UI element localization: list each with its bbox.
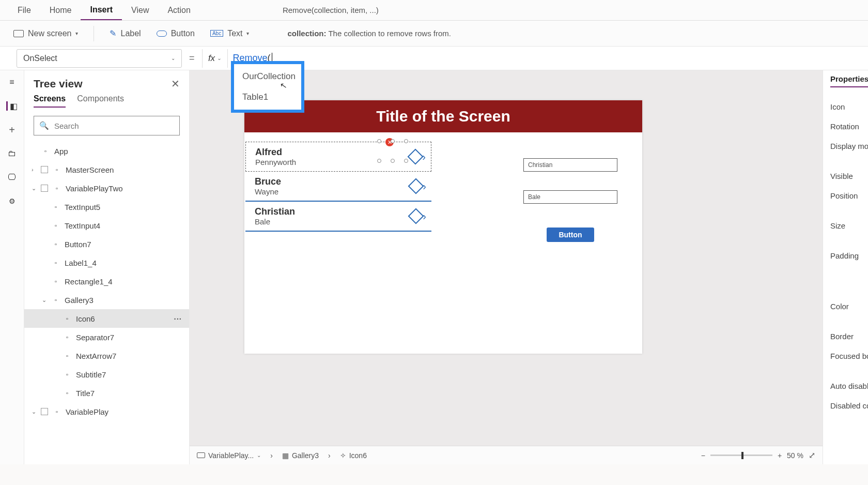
- tree-node-label1_4[interactable]: ▫Label1_4: [24, 253, 189, 272]
- tree-node-variableplay[interactable]: ⌄▫VariablePlay: [24, 402, 189, 421]
- rect-icon: ▫: [51, 278, 60, 285]
- zoom-out-button[interactable]: −: [701, 451, 705, 460]
- label-edit-icon: ✎: [110, 28, 116, 38]
- more-icon[interactable]: ···: [174, 314, 189, 323]
- breadcrumb-icon[interactable]: ✧ Icon6: [340, 451, 367, 460]
- tree-node-masterscreen[interactable]: ›▫MasterScreen: [24, 160, 189, 179]
- left-rail: ≡ ◧ + 🗀 🖵 ⚙: [0, 70, 24, 464]
- prop-padding[interactable]: Padding: [830, 246, 868, 265]
- next-arrow-icon[interactable]: ›: [410, 180, 426, 192]
- tree-view-icon[interactable]: ◧: [6, 101, 18, 111]
- input-icon: ▫: [51, 222, 60, 229]
- insert-text-button[interactable]: Abc Text ▾: [210, 29, 250, 38]
- label-icon: ▫: [63, 389, 72, 397]
- gallery-row[interactable]: Christian Bale ›: [245, 202, 431, 232]
- properties-tab[interactable]: Properties: [830, 74, 868, 87]
- close-icon[interactable]: ✕: [171, 78, 180, 90]
- property-selector[interactable]: OnSelect ⌄: [17, 49, 182, 68]
- gallery-item-sub: Bale: [255, 217, 295, 226]
- label-icon: ▫: [51, 259, 60, 266]
- gallery-row[interactable]: Alfred Pennyworth › ✕: [245, 142, 431, 172]
- tree-node-title7[interactable]: ▫Title7: [24, 384, 189, 402]
- formula-signature: Remove(collection, item, ...): [283, 6, 379, 14]
- tree-tab-screens[interactable]: Screens: [34, 94, 66, 108]
- prop-display-mod[interactable]: Display mod: [830, 136, 868, 156]
- breadcrumb-screen[interactable]: VariablePlay... ⌄: [197, 451, 261, 460]
- tree-node-variableplaytwo[interactable]: ⌄▫VariablePlayTwo: [24, 179, 189, 198]
- tree-node-app[interactable]: ▫App: [24, 142, 189, 160]
- error-icon[interactable]: ✕: [385, 138, 394, 146]
- breadcrumb-gallery[interactable]: ▦ Gallery3: [282, 451, 319, 460]
- canvas-button[interactable]: Button: [547, 228, 594, 242]
- tools-icon[interactable]: ⚙: [6, 196, 18, 206]
- tree-node-subtitle7[interactable]: ▫Subtitle7: [24, 365, 189, 384]
- media-icon[interactable]: 🖵: [6, 173, 18, 182]
- fit-screen-icon[interactable]: ⤢: [809, 450, 815, 460]
- tree-node-button7[interactable]: ▫Button7: [24, 235, 189, 253]
- zoom-in-button[interactable]: +: [778, 451, 782, 460]
- tree-node-nextarrow7[interactable]: ▫NextArrow7: [24, 346, 189, 365]
- tree-node-icon6[interactable]: ▫Icon6···: [24, 309, 189, 328]
- chevron-down-icon: ▾: [246, 31, 249, 36]
- prop-disabled-co[interactable]: Disabled co: [830, 396, 868, 415]
- tree-search[interactable]: 🔍: [34, 116, 180, 135]
- screen-icon: ▫: [52, 185, 61, 192]
- tab-view[interactable]: View: [122, 0, 158, 20]
- gallery-item-title: Bruce: [255, 176, 281, 187]
- prop-rotation[interactable]: Rotation: [830, 116, 868, 136]
- next-arrow-icon[interactable]: ›: [410, 151, 426, 163]
- tab-insert[interactable]: Insert: [81, 0, 122, 20]
- insert-label-button[interactable]: ✎ Label: [110, 28, 141, 38]
- equals-sign: =: [182, 53, 202, 64]
- gallery-item-sub: Pennyworth: [255, 158, 296, 166]
- gallery-control[interactable]: Alfred Pennyworth › ✕ Bruce Wayne › Chri…: [245, 142, 431, 232]
- tree-panel: Tree view ✕ Screens Components 🔍 ▫App›▫M…: [24, 70, 190, 464]
- tree-node-textinput4[interactable]: ▫TextInput4: [24, 216, 189, 235]
- zoom-controls: − + 50 % ⤢: [701, 450, 815, 460]
- prop-position[interactable]: Position: [830, 186, 868, 205]
- new-screen-button[interactable]: New screen ▾: [13, 29, 78, 38]
- intellisense-item[interactable]: Table1: [234, 87, 301, 108]
- tree-search-input[interactable]: [53, 121, 174, 131]
- button-icon: [157, 31, 167, 37]
- tree-node-textinput5[interactable]: ▫TextInput5: [24, 198, 189, 216]
- prop-visible[interactable]: Visible: [830, 166, 868, 186]
- tree-node-separator7[interactable]: ▫Separator7: [24, 328, 189, 346]
- intellisense-item[interactable]: OurCollection: [234, 66, 301, 87]
- chevron-down-icon: ▾: [75, 31, 78, 36]
- prop-border[interactable]: Border: [830, 326, 868, 346]
- gallery-row[interactable]: Bruce Wayne ›: [245, 172, 431, 202]
- insert-icon[interactable]: +: [6, 125, 18, 134]
- tree-tab-components[interactable]: Components: [77, 94, 124, 108]
- prop-icon[interactable]: Icon: [830, 97, 868, 116]
- tree-node-rectangle1_4[interactable]: ▫Rectangle1_4: [24, 272, 189, 291]
- sep-icon: ▫: [63, 334, 72, 341]
- icon-icon: ▫: [63, 315, 72, 322]
- tab-action[interactable]: Action: [158, 0, 199, 20]
- formula-bar: OnSelect ⌄ = fx⌄ Remove(: [0, 47, 868, 70]
- tree-node-gallery3[interactable]: ⌄▫Gallery3: [24, 291, 189, 309]
- properties-panel: Properties IconRotationDisplay modVisibl…: [823, 70, 868, 464]
- prop-auto-disabl[interactable]: Auto disabl: [830, 376, 868, 396]
- ribbon: New screen ▾ ✎ Label Button Abc Text ▾ c…: [0, 21, 868, 47]
- tree-title: Tree view: [34, 78, 83, 90]
- input-icon: ▫: [51, 203, 60, 210]
- tab-file[interactable]: File: [8, 0, 40, 20]
- screen-icon: ▫: [52, 408, 61, 415]
- hamburger-icon[interactable]: ≡: [6, 78, 18, 87]
- insert-button-button[interactable]: Button: [157, 29, 195, 38]
- text-input-2[interactable]: [523, 190, 617, 204]
- data-icon[interactable]: 🗀: [6, 149, 18, 158]
- formula-input[interactable]: Remove(: [228, 53, 868, 64]
- text-input-1[interactable]: [523, 158, 617, 172]
- fx-button[interactable]: fx⌄: [202, 49, 228, 68]
- button-icon: ▫: [51, 240, 60, 248]
- tab-home[interactable]: Home: [40, 0, 81, 20]
- next-arrow-icon[interactable]: ›: [410, 210, 426, 222]
- prop-size[interactable]: Size: [830, 216, 868, 235]
- prop-color[interactable]: Color: [830, 296, 868, 316]
- screen-icon: [13, 30, 24, 37]
- prop-focused-bo[interactable]: Focused bo: [830, 346, 868, 366]
- text-icon: Abc: [210, 30, 223, 37]
- zoom-slider[interactable]: [710, 454, 772, 456]
